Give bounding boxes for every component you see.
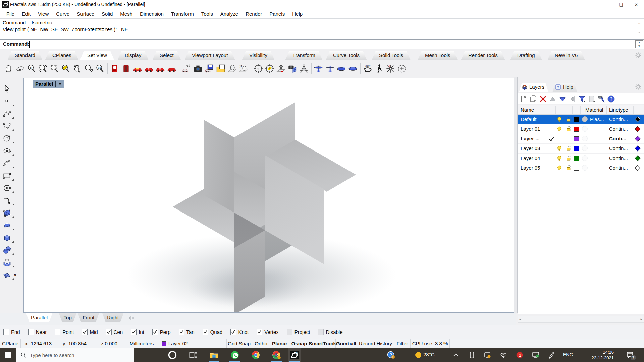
menu-curve[interactable]: Curve bbox=[52, 10, 73, 17]
tab-set-view[interactable]: Set View bbox=[80, 51, 114, 60]
checkbox-end[interactable] bbox=[3, 329, 9, 335]
tab-transform[interactable]: Transform bbox=[285, 51, 323, 60]
osnap-tan[interactable]: Tan bbox=[179, 329, 195, 335]
layer-visibility-bulb-icon[interactable] bbox=[556, 155, 563, 162]
car-right-icon[interactable] bbox=[156, 64, 165, 73]
pan-hand-icon[interactable] bbox=[4, 64, 13, 73]
point-tool[interactable] bbox=[3, 97, 11, 106]
tab-select[interactable]: Select bbox=[152, 51, 181, 60]
shade-sphere-icon[interactable] bbox=[227, 64, 237, 73]
menu-file[interactable]: File bbox=[3, 10, 18, 17]
menu-mesh[interactable]: Mesh bbox=[116, 10, 136, 17]
command-spinner[interactable]: ▲▼ bbox=[635, 40, 643, 48]
viewport-tab-right[interactable]: Right bbox=[102, 313, 123, 322]
status-millimeters[interactable]: Millimeters bbox=[125, 339, 158, 348]
zoom-window-icon[interactable] bbox=[38, 64, 48, 73]
surface-curves-tool[interactable] bbox=[3, 221, 11, 230]
checkbox-tan[interactable] bbox=[179, 329, 184, 335]
panel-gear-icon[interactable] bbox=[635, 84, 641, 90]
flyout-indicator[interactable] bbox=[12, 203, 14, 205]
layer-color-swatch[interactable] bbox=[574, 136, 580, 142]
arc-tool[interactable] bbox=[3, 159, 11, 168]
help-circle-icon[interactable]: ? bbox=[607, 95, 615, 103]
layer-lock-icon[interactable] bbox=[566, 126, 572, 132]
panel-splitter[interactable] bbox=[514, 77, 518, 313]
checkbox-quad[interactable] bbox=[203, 329, 208, 335]
status-z-0-000[interactable]: z 0.000 bbox=[93, 339, 125, 348]
view-front-box-icon[interactable] bbox=[110, 64, 119, 73]
tab-cplanes[interactable]: CPlanes bbox=[45, 51, 79, 60]
taskbar-chrome-p-icon[interactable]: P bbox=[272, 350, 281, 360]
tray-red1-icon[interactable]: 1 bbox=[516, 351, 524, 359]
circle-tool[interactable] bbox=[3, 134, 11, 143]
tray-chev-up-icon[interactable] bbox=[452, 351, 460, 359]
status-ortho[interactable]: Ortho bbox=[252, 339, 270, 348]
tray-help-blue-icon[interactable]: ?! bbox=[387, 351, 395, 359]
status-grid-snap[interactable]: Grid Snap bbox=[227, 339, 252, 348]
layer-color-swatch[interactable] bbox=[574, 145, 580, 152]
menu-panels[interactable]: Panels bbox=[266, 10, 288, 17]
layer-visibility-bulb-icon[interactable] bbox=[556, 145, 563, 152]
rotate-view-icon[interactable] bbox=[15, 64, 25, 73]
menu-solid[interactable]: Solid bbox=[98, 10, 116, 17]
tray-temperature[interactable]: 28°C bbox=[423, 352, 435, 357]
copy-layer-icon[interactable] bbox=[529, 95, 537, 103]
layer-row-layer-03[interactable]: Layer 03Contin... bbox=[518, 144, 644, 154]
zoom-layer-icon[interactable] bbox=[61, 64, 70, 73]
layer-lock-icon[interactable] bbox=[566, 155, 572, 162]
plane-front-icon[interactable] bbox=[314, 64, 323, 73]
status-y-100-854[interactable]: y -100.854 bbox=[56, 339, 93, 348]
polyline-tool[interactable] bbox=[3, 109, 11, 118]
layer-print-diamond[interactable] bbox=[635, 136, 641, 142]
plane-side-a-icon[interactable] bbox=[337, 64, 346, 73]
new-layer-icon[interactable] bbox=[520, 95, 528, 103]
box-tool[interactable] bbox=[3, 233, 11, 242]
menu-view[interactable]: View bbox=[34, 10, 52, 17]
viewport-tab-front[interactable]: Front bbox=[78, 313, 99, 322]
zoom-selected-icon[interactable] bbox=[50, 64, 59, 73]
panel-tab-layers[interactable]: Layers bbox=[519, 83, 548, 92]
close-button[interactable]: ✕ bbox=[629, 0, 644, 9]
taskbar-rhino-icon[interactable]: 6 bbox=[290, 350, 299, 360]
add-viewport-button[interactable] bbox=[129, 315, 134, 321]
layer-row-layer-04[interactable]: Layer 04Contin... bbox=[518, 154, 644, 163]
menu-transform[interactable]: Transform bbox=[167, 10, 198, 17]
osnap-vertex[interactable]: Vertex bbox=[257, 329, 279, 335]
layer-lock-icon[interactable] bbox=[566, 165, 572, 171]
flyout-indicator[interactable] bbox=[12, 191, 14, 193]
taskbar-search[interactable]: Type here to search bbox=[16, 348, 134, 362]
osnap-project[interactable]: Project bbox=[287, 329, 310, 335]
ellipse-tool[interactable] bbox=[3, 146, 11, 155]
taskbar-whatsapp-icon[interactable] bbox=[230, 350, 239, 360]
checkbox-point[interactable] bbox=[55, 329, 60, 335]
viewport-tab-parallel[interactable]: Parallel bbox=[26, 313, 52, 322]
menu-dimension[interactable]: Dimension bbox=[136, 10, 167, 17]
flyout-indicator[interactable] bbox=[12, 166, 14, 168]
checkbox-vertex[interactable] bbox=[257, 329, 262, 335]
curve-interp-tool[interactable] bbox=[3, 122, 11, 130]
command-history[interactable]: Command: _Isometric View point ( NE NW S… bbox=[0, 18, 644, 39]
history-scrollbar[interactable]: ⌃⌄ bbox=[637, 21, 642, 35]
named-view-camera-icon[interactable] bbox=[193, 64, 203, 73]
panel-tab-help[interactable]: ?Help bbox=[552, 83, 577, 92]
tray-notifications-icon[interactable]: 7 bbox=[626, 351, 634, 359]
tray-phone-icon[interactable] bbox=[468, 351, 476, 359]
undo-view-icon[interactable] bbox=[72, 64, 82, 73]
layer-color-swatch[interactable] bbox=[574, 155, 580, 162]
checkbox-knot[interactable] bbox=[230, 329, 236, 335]
save-view-car-icon[interactable] bbox=[205, 64, 214, 73]
filter-funnel-icon[interactable] bbox=[578, 95, 586, 103]
command-input[interactable]: Command: ▲▼ bbox=[0, 39, 644, 49]
osnap-end[interactable]: End bbox=[3, 329, 20, 335]
walk-person-icon[interactable] bbox=[374, 64, 384, 73]
flyout-indicator[interactable] bbox=[12, 278, 14, 280]
zoom-1to1-icon[interactable]: 1:1 bbox=[95, 64, 105, 73]
column-name[interactable]: Name bbox=[521, 107, 534, 113]
fillet-curve-tool[interactable] bbox=[3, 196, 11, 205]
tray-clock[interactable]: 14:2622-12-2021 bbox=[580, 349, 614, 361]
layer-color-swatch[interactable] bbox=[574, 126, 580, 132]
flyout-indicator[interactable] bbox=[12, 141, 14, 143]
spark-icon[interactable] bbox=[386, 64, 395, 73]
flyout-indicator[interactable] bbox=[12, 129, 14, 131]
flyout-indicator[interactable] bbox=[12, 253, 14, 255]
